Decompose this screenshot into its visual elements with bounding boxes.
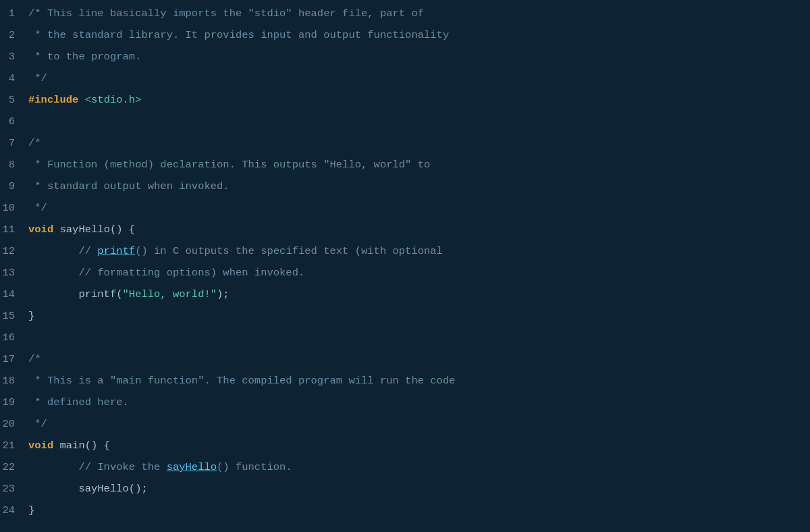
line-number: 1 (0, 3, 28, 24)
line-content: * the standard library. It provides inpu… (28, 24, 799, 46)
line-content: */ (28, 197, 799, 219)
keyword-token: void (28, 223, 53, 236)
code-line: 23 sayHello(); (0, 478, 810, 500)
line-content: * This is a "main function". The compile… (28, 370, 799, 392)
code-line: 20 */ (0, 413, 810, 435)
line-number: 8 (0, 154, 28, 176)
inline-comment-token: // formatting options) when invoked. (28, 267, 304, 279)
line-content: // printf() in C outputs the specified t… (28, 240, 799, 262)
code-line: 12 // printf() in C outputs the specifie… (0, 240, 810, 262)
line-number: 10 (0, 197, 28, 219)
code-line: 7/* (0, 132, 810, 154)
line-number: 20 (0, 413, 28, 435)
include-arg-token: <stdio.h> (85, 94, 142, 106)
code-line: 11void sayHello() { (0, 219, 810, 240)
inline-comment-token: () function. (217, 461, 292, 473)
line-content (28, 111, 799, 132)
code-line: 4 */ (0, 68, 810, 89)
code-line: 9 * standard output when invoked. (0, 176, 810, 197)
line-content: * Function (method) declaration. This ou… (28, 154, 799, 176)
normal-token: printf( (28, 288, 123, 300)
normal-token: sayHello() { (53, 223, 135, 236)
comment-token: * defined here. (28, 396, 129, 408)
line-number: 18 (0, 370, 28, 392)
code-line: 17/* (0, 348, 810, 370)
code-editor: 1/* This line basically imports the "std… (0, 0, 810, 532)
normal-token (78, 94, 84, 106)
code-line: 21void main() { (0, 435, 810, 456)
comment-token: */ (28, 72, 47, 84)
inline-comment-token: () in C outputs the specified text (with… (135, 245, 443, 257)
line-number: 9 (0, 176, 28, 197)
comment-token: * to the program. (28, 51, 141, 63)
line-number: 6 (0, 111, 28, 132)
code-line: 19 * defined here. (0, 392, 810, 413)
code-line: 1/* This line basically imports the "std… (0, 3, 810, 24)
code-line: 6 (0, 111, 810, 132)
code-line: 13 // formatting options) when invoked. (0, 262, 810, 284)
line-content: // Invoke the sayHello() function. (28, 456, 799, 478)
line-number: 22 (0, 456, 28, 478)
underline-token: printf (97, 245, 135, 257)
code-line: 16 (0, 327, 810, 348)
comment-token: * standard output when invoked. (28, 180, 230, 192)
line-number: 3 (0, 46, 28, 68)
comment-token: /* (28, 137, 41, 149)
line-number: 21 (0, 435, 28, 456)
code-line: 15} (0, 305, 810, 327)
line-content: #include <stdio.h> (28, 89, 799, 111)
line-number: 14 (0, 284, 28, 305)
inline-comment-token: // Invoke the (28, 461, 167, 473)
normal-token: } (28, 310, 34, 322)
comment-token: /* This line basically imports the "stdi… (28, 7, 424, 20)
line-number: 13 (0, 262, 28, 284)
code-line: 22 // Invoke the sayHello() function. (0, 456, 810, 478)
line-content: /* (28, 132, 799, 154)
line-content: * standard output when invoked. (28, 176, 799, 197)
line-content: printf("Hello, world!"); (28, 284, 799, 305)
keyword-token: void (28, 440, 53, 452)
line-content: // formatting options) when invoked. (28, 262, 799, 284)
line-content: /* This line basically imports the "stdi… (28, 3, 799, 24)
comment-token: * Function (method) declaration. This ou… (28, 159, 430, 171)
line-content: */ (28, 413, 799, 435)
code-line: 18 * This is a "main function". The comp… (0, 370, 810, 392)
line-content: } (28, 305, 799, 327)
line-number: 17 (0, 348, 28, 370)
line-content (28, 327, 799, 348)
comment-token: * the standard library. It provides inpu… (28, 29, 449, 41)
normal-token: main() { (53, 440, 110, 452)
line-content: void sayHello() { (28, 219, 799, 240)
comment-token: * This is a "main function". The compile… (28, 375, 456, 387)
line-content: */ (28, 68, 799, 89)
underline-token: sayHello (167, 461, 217, 473)
normal-token: } (28, 504, 34, 516)
line-number: 15 (0, 305, 28, 327)
code-line: 2 * the standard library. It provides in… (0, 24, 810, 46)
code-line: 3 * to the program. (0, 46, 810, 68)
comment-token: /* (28, 353, 41, 365)
line-number: 16 (0, 327, 28, 348)
line-content: void main() { (28, 435, 799, 456)
line-number: 7 (0, 132, 28, 154)
normal-token: ); (217, 288, 230, 300)
line-number: 11 (0, 219, 28, 240)
code-line: 10 */ (0, 197, 810, 219)
line-content: * to the program. (28, 46, 799, 68)
comment-token: */ (28, 202, 47, 214)
line-content: * defined here. (28, 392, 799, 413)
preprocessor-token: #include (28, 94, 78, 106)
code-line: 8 * Function (method) declaration. This … (0, 154, 810, 176)
normal-token: sayHello(); (28, 483, 148, 495)
line-number: 4 (0, 68, 28, 89)
line-content: } (28, 500, 799, 521)
line-number: 23 (0, 478, 28, 500)
code-line: 24} (0, 500, 810, 521)
code-line: 5#include <stdio.h> (0, 89, 810, 111)
line-number: 5 (0, 89, 28, 111)
string-token: "Hello, world!" (123, 288, 217, 300)
line-number: 19 (0, 392, 28, 413)
line-content: sayHello(); (28, 478, 799, 500)
code-line: 14 printf("Hello, world!"); (0, 284, 810, 305)
line-number: 2 (0, 24, 28, 46)
